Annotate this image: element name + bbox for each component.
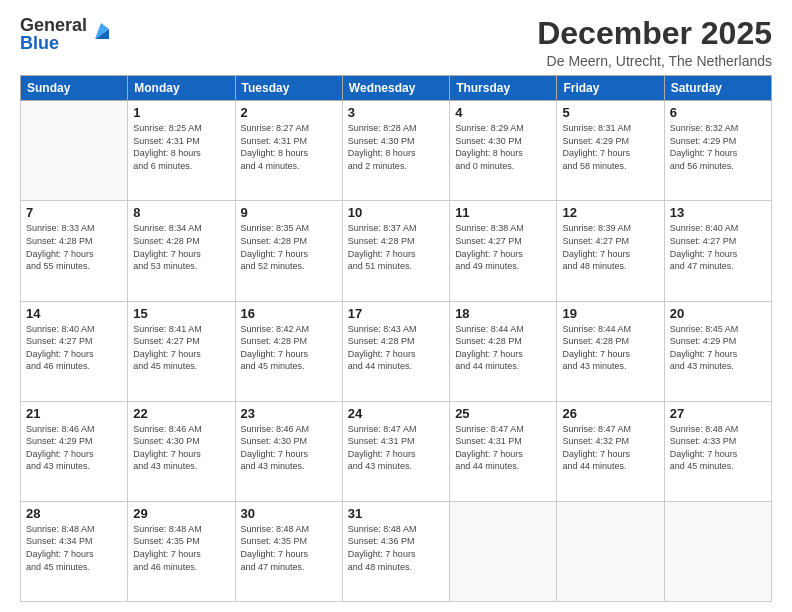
day-number: 30 xyxy=(241,506,337,521)
day-number: 14 xyxy=(26,306,122,321)
table-row: 18Sunrise: 8:44 AM Sunset: 4:28 PM Dayli… xyxy=(450,301,557,401)
table-row: 16Sunrise: 8:42 AM Sunset: 4:28 PM Dayli… xyxy=(235,301,342,401)
day-number: 17 xyxy=(348,306,444,321)
table-row: 19Sunrise: 8:44 AM Sunset: 4:28 PM Dayli… xyxy=(557,301,664,401)
table-row: 6Sunrise: 8:32 AM Sunset: 4:29 PM Daylig… xyxy=(664,101,771,201)
logo: General Blue xyxy=(20,16,113,52)
day-info: Sunrise: 8:48 AM Sunset: 4:35 PM Dayligh… xyxy=(133,523,229,573)
table-row: 31Sunrise: 8:48 AM Sunset: 4:36 PM Dayli… xyxy=(342,501,449,601)
table-row xyxy=(450,501,557,601)
day-info: Sunrise: 8:25 AM Sunset: 4:31 PM Dayligh… xyxy=(133,122,229,172)
calendar-week-row: 14Sunrise: 8:40 AM Sunset: 4:27 PM Dayli… xyxy=(21,301,772,401)
col-friday: Friday xyxy=(557,76,664,101)
day-info: Sunrise: 8:40 AM Sunset: 4:27 PM Dayligh… xyxy=(670,222,766,272)
table-row: 8Sunrise: 8:34 AM Sunset: 4:28 PM Daylig… xyxy=(128,201,235,301)
table-row: 1Sunrise: 8:25 AM Sunset: 4:31 PM Daylig… xyxy=(128,101,235,201)
day-number: 20 xyxy=(670,306,766,321)
day-number: 26 xyxy=(562,406,658,421)
col-tuesday: Tuesday xyxy=(235,76,342,101)
day-info: Sunrise: 8:28 AM Sunset: 4:30 PM Dayligh… xyxy=(348,122,444,172)
table-row: 25Sunrise: 8:47 AM Sunset: 4:31 PM Dayli… xyxy=(450,401,557,501)
table-row: 24Sunrise: 8:47 AM Sunset: 4:31 PM Dayli… xyxy=(342,401,449,501)
calendar-table: Sunday Monday Tuesday Wednesday Thursday… xyxy=(20,75,772,602)
day-info: Sunrise: 8:44 AM Sunset: 4:28 PM Dayligh… xyxy=(562,323,658,373)
day-info: Sunrise: 8:45 AM Sunset: 4:29 PM Dayligh… xyxy=(670,323,766,373)
calendar-week-row: 28Sunrise: 8:48 AM Sunset: 4:34 PM Dayli… xyxy=(21,501,772,601)
day-info: Sunrise: 8:31 AM Sunset: 4:29 PM Dayligh… xyxy=(562,122,658,172)
day-number: 10 xyxy=(348,205,444,220)
table-row: 12Sunrise: 8:39 AM Sunset: 4:27 PM Dayli… xyxy=(557,201,664,301)
day-number: 11 xyxy=(455,205,551,220)
day-number: 16 xyxy=(241,306,337,321)
main-title: December 2025 xyxy=(537,16,772,51)
table-row: 23Sunrise: 8:46 AM Sunset: 4:30 PM Dayli… xyxy=(235,401,342,501)
table-row: 3Sunrise: 8:28 AM Sunset: 4:30 PM Daylig… xyxy=(342,101,449,201)
day-info: Sunrise: 8:43 AM Sunset: 4:28 PM Dayligh… xyxy=(348,323,444,373)
table-row: 28Sunrise: 8:48 AM Sunset: 4:34 PM Dayli… xyxy=(21,501,128,601)
day-number: 3 xyxy=(348,105,444,120)
logo-blue: Blue xyxy=(20,34,87,52)
subtitle: De Meern, Utrecht, The Netherlands xyxy=(537,53,772,69)
table-row: 15Sunrise: 8:41 AM Sunset: 4:27 PM Dayli… xyxy=(128,301,235,401)
day-number: 9 xyxy=(241,205,337,220)
day-info: Sunrise: 8:48 AM Sunset: 4:35 PM Dayligh… xyxy=(241,523,337,573)
col-saturday: Saturday xyxy=(664,76,771,101)
day-info: Sunrise: 8:32 AM Sunset: 4:29 PM Dayligh… xyxy=(670,122,766,172)
day-info: Sunrise: 8:39 AM Sunset: 4:27 PM Dayligh… xyxy=(562,222,658,272)
table-row: 13Sunrise: 8:40 AM Sunset: 4:27 PM Dayli… xyxy=(664,201,771,301)
day-number: 6 xyxy=(670,105,766,120)
table-row: 20Sunrise: 8:45 AM Sunset: 4:29 PM Dayli… xyxy=(664,301,771,401)
day-number: 23 xyxy=(241,406,337,421)
day-number: 29 xyxy=(133,506,229,521)
table-row: 29Sunrise: 8:48 AM Sunset: 4:35 PM Dayli… xyxy=(128,501,235,601)
col-thursday: Thursday xyxy=(450,76,557,101)
logo-text: General Blue xyxy=(20,16,87,52)
day-info: Sunrise: 8:41 AM Sunset: 4:27 PM Dayligh… xyxy=(133,323,229,373)
day-info: Sunrise: 8:44 AM Sunset: 4:28 PM Dayligh… xyxy=(455,323,551,373)
calendar-header-row: Sunday Monday Tuesday Wednesday Thursday… xyxy=(21,76,772,101)
day-number: 21 xyxy=(26,406,122,421)
table-row: 26Sunrise: 8:47 AM Sunset: 4:32 PM Dayli… xyxy=(557,401,664,501)
day-number: 15 xyxy=(133,306,229,321)
table-row xyxy=(21,101,128,201)
day-number: 24 xyxy=(348,406,444,421)
page: General Blue December 2025 De Meern, Utr… xyxy=(0,0,792,612)
day-info: Sunrise: 8:48 AM Sunset: 4:36 PM Dayligh… xyxy=(348,523,444,573)
day-info: Sunrise: 8:47 AM Sunset: 4:31 PM Dayligh… xyxy=(348,423,444,473)
day-number: 27 xyxy=(670,406,766,421)
table-row: 10Sunrise: 8:37 AM Sunset: 4:28 PM Dayli… xyxy=(342,201,449,301)
day-number: 22 xyxy=(133,406,229,421)
day-info: Sunrise: 8:46 AM Sunset: 4:30 PM Dayligh… xyxy=(133,423,229,473)
table-row xyxy=(664,501,771,601)
day-number: 19 xyxy=(562,306,658,321)
day-info: Sunrise: 8:29 AM Sunset: 4:30 PM Dayligh… xyxy=(455,122,551,172)
title-section: December 2025 De Meern, Utrecht, The Net… xyxy=(537,16,772,69)
day-info: Sunrise: 8:46 AM Sunset: 4:29 PM Dayligh… xyxy=(26,423,122,473)
calendar-week-row: 7Sunrise: 8:33 AM Sunset: 4:28 PM Daylig… xyxy=(21,201,772,301)
day-info: Sunrise: 8:47 AM Sunset: 4:32 PM Dayligh… xyxy=(562,423,658,473)
day-info: Sunrise: 8:27 AM Sunset: 4:31 PM Dayligh… xyxy=(241,122,337,172)
day-number: 28 xyxy=(26,506,122,521)
table-row: 22Sunrise: 8:46 AM Sunset: 4:30 PM Dayli… xyxy=(128,401,235,501)
header: General Blue December 2025 De Meern, Utr… xyxy=(20,16,772,69)
day-info: Sunrise: 8:40 AM Sunset: 4:27 PM Dayligh… xyxy=(26,323,122,373)
day-info: Sunrise: 8:46 AM Sunset: 4:30 PM Dayligh… xyxy=(241,423,337,473)
col-wednesday: Wednesday xyxy=(342,76,449,101)
day-number: 25 xyxy=(455,406,551,421)
day-info: Sunrise: 8:48 AM Sunset: 4:33 PM Dayligh… xyxy=(670,423,766,473)
table-row: 11Sunrise: 8:38 AM Sunset: 4:27 PM Dayli… xyxy=(450,201,557,301)
table-row: 17Sunrise: 8:43 AM Sunset: 4:28 PM Dayli… xyxy=(342,301,449,401)
table-row: 5Sunrise: 8:31 AM Sunset: 4:29 PM Daylig… xyxy=(557,101,664,201)
day-number: 31 xyxy=(348,506,444,521)
day-number: 5 xyxy=(562,105,658,120)
logo-general: General xyxy=(20,16,87,34)
calendar-week-row: 21Sunrise: 8:46 AM Sunset: 4:29 PM Dayli… xyxy=(21,401,772,501)
day-info: Sunrise: 8:47 AM Sunset: 4:31 PM Dayligh… xyxy=(455,423,551,473)
table-row: 21Sunrise: 8:46 AM Sunset: 4:29 PM Dayli… xyxy=(21,401,128,501)
day-number: 18 xyxy=(455,306,551,321)
table-row: 9Sunrise: 8:35 AM Sunset: 4:28 PM Daylig… xyxy=(235,201,342,301)
day-info: Sunrise: 8:37 AM Sunset: 4:28 PM Dayligh… xyxy=(348,222,444,272)
calendar-week-row: 1Sunrise: 8:25 AM Sunset: 4:31 PM Daylig… xyxy=(21,101,772,201)
day-number: 2 xyxy=(241,105,337,120)
day-info: Sunrise: 8:34 AM Sunset: 4:28 PM Dayligh… xyxy=(133,222,229,272)
